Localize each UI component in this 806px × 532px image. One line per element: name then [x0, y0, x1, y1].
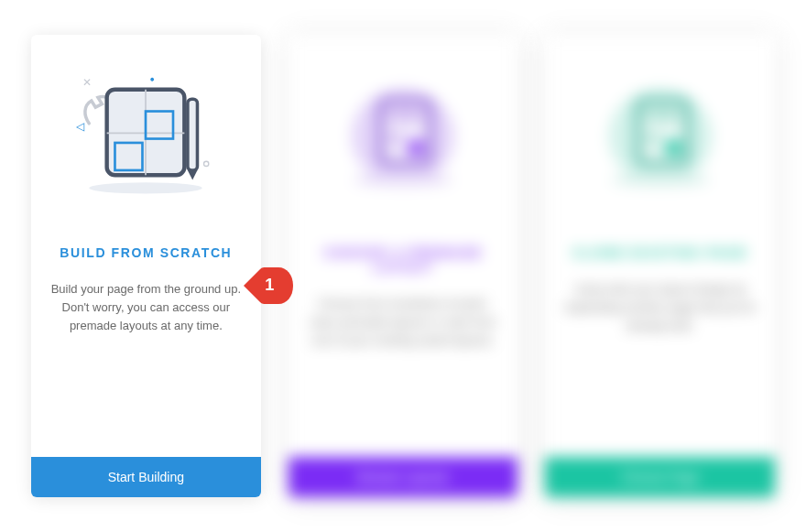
- card-description: Choose from hundreds of world-class prem…: [305, 295, 502, 350]
- card-title: CHOOSE A PREMADE LAYOUT: [305, 245, 502, 275]
- premade-illustration-icon: [321, 62, 485, 209]
- browse-layouts-button[interactable]: Browse Layouts: [289, 457, 518, 497]
- svg-point-23: [665, 139, 681, 156]
- clone-illustration-icon: [578, 62, 743, 209]
- card-build-from-scratch[interactable]: ◁ ● ✕: [31, 35, 261, 497]
- card-description: Build your page from the ground up. Don'…: [48, 280, 245, 335]
- choose-page-button[interactable]: Choose Page: [545, 457, 775, 497]
- card-title: CLONE EXISTING PAGE: [572, 245, 747, 260]
- card-body: ◁ ● ✕: [31, 35, 261, 457]
- svg-marker-11: [188, 170, 198, 180]
- card-description: Jump-start your layout design by duplica…: [561, 280, 758, 335]
- svg-text:◁: ◁: [76, 120, 85, 133]
- svg-point-16: [388, 132, 401, 145]
- svg-text:●: ●: [150, 74, 155, 83]
- scratch-illustration-icon: ◁ ● ✕: [63, 62, 228, 209]
- svg-point-12: [90, 182, 203, 193]
- card-clone-existing-page[interactable]: CLONE EXISTING PAGE Jump-start your layo…: [545, 35, 775, 497]
- svg-point-17: [408, 139, 424, 156]
- layout-option-cards: ◁ ● ✕: [0, 0, 806, 517]
- svg-rect-21: [644, 109, 681, 120]
- svg-point-24: [610, 174, 710, 185]
- card-title: BUILD FROM SCRATCH: [60, 245, 232, 260]
- card-choose-premade-layout[interactable]: CHOOSE A PREMADE LAYOUT Choose from hund…: [289, 35, 518, 497]
- start-building-button[interactable]: Start Building: [31, 457, 261, 497]
- svg-point-3: [204, 161, 209, 166]
- svg-point-18: [353, 174, 452, 185]
- svg-text:✕: ✕: [83, 76, 93, 89]
- svg-rect-15: [387, 109, 424, 120]
- card-body: CLONE EXISTING PAGE Jump-start your layo…: [545, 35, 775, 457]
- svg-rect-10: [188, 99, 198, 170]
- svg-point-22: [646, 132, 659, 145]
- card-body: CHOOSE A PREMADE LAYOUT Choose from hund…: [289, 35, 518, 457]
